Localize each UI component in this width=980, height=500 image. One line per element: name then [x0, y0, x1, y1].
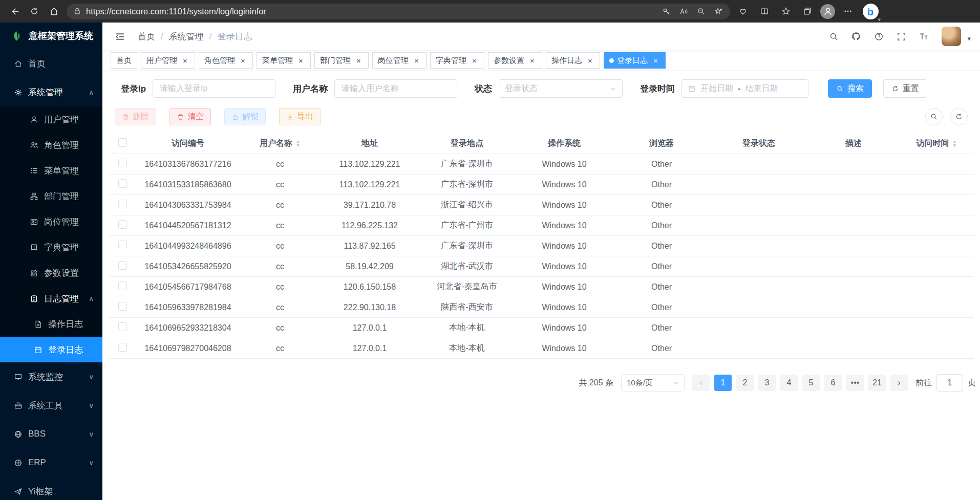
- next-page-button[interactable]: ›: [890, 375, 908, 391]
- collections-button[interactable]: [799, 3, 816, 20]
- col-access-time[interactable]: 访问时间 ▲▼: [900, 138, 974, 149]
- breadcrumb-system-management[interactable]: 系统管理: [169, 31, 204, 42]
- sidebar-item-operation-log[interactable]: 操作日志: [0, 311, 102, 337]
- close-icon[interactable]: ×: [470, 56, 479, 65]
- toggle-search-button[interactable]: [925, 108, 943, 125]
- browser-refresh-button[interactable]: [25, 2, 44, 20]
- close-icon[interactable]: ×: [354, 56, 363, 65]
- sort-carets[interactable]: ▲▼: [952, 140, 957, 146]
- sort-carets[interactable]: ▲▼: [295, 140, 301, 146]
- read-aloud-button[interactable]: [675, 5, 692, 18]
- page-button[interactable]: 2: [736, 375, 754, 391]
- close-icon[interactable]: ×: [181, 56, 189, 65]
- tab[interactable]: 部门管理 ×: [314, 52, 369, 69]
- close-icon[interactable]: ×: [528, 56, 537, 65]
- close-icon[interactable]: ×: [239, 56, 247, 65]
- sidebar-item-erp[interactable]: ERP ∨: [0, 448, 102, 477]
- header-search-button[interactable]: [825, 26, 842, 47]
- sidebar-item-log-management[interactable]: 日志管理 ∧: [0, 286, 102, 311]
- help-button[interactable]: [870, 26, 887, 47]
- select-all-checkbox[interactable]: [118, 138, 127, 147]
- row-checkbox[interactable]: [118, 322, 127, 331]
- browser-home-button[interactable]: [44, 2, 63, 20]
- bing-copilot-button[interactable]: b ▾: [861, 1, 880, 21]
- tab[interactable]: 角色管理 ×: [199, 52, 253, 69]
- sidebar-item-post-management[interactable]: 岗位管理: [0, 209, 102, 234]
- sidebar-toggle[interactable]: [110, 27, 131, 46]
- sidebar-item-menu-management[interactable]: 菜单管理: [0, 158, 102, 183]
- caret-down-icon[interactable]: ▾: [967, 35, 971, 42]
- page-size-select[interactable]: 10条/页: [621, 374, 685, 392]
- page-button[interactable]: 3: [758, 375, 776, 391]
- row-checkbox[interactable]: [118, 281, 127, 290]
- tab[interactable]: 首页 ×: [111, 52, 137, 69]
- browser-back-button[interactable]: [5, 2, 25, 20]
- tab[interactable]: 用户管理 ×: [141, 52, 195, 69]
- row-checkbox[interactable]: [118, 302, 127, 311]
- reset-button[interactable]: 重置: [883, 79, 927, 98]
- fullscreen-button[interactable]: [892, 26, 910, 47]
- browser-settings-button[interactable]: [839, 3, 857, 20]
- close-icon[interactable]: ×: [651, 56, 660, 65]
- breadcrumb-home[interactable]: 首页: [138, 31, 155, 42]
- close-icon[interactable]: ×: [412, 56, 421, 65]
- row-checkbox[interactable]: [118, 343, 127, 352]
- sidebar-item-yi-framework[interactable]: Yi框架: [0, 477, 102, 500]
- username-input[interactable]: [334, 79, 457, 98]
- col-username[interactable]: 用户名称 ▲▼: [239, 138, 321, 149]
- row-checkbox[interactable]: [118, 220, 127, 229]
- page-button[interactable]: 5: [802, 375, 820, 391]
- zoom-button[interactable]: [692, 5, 710, 18]
- sidebar-item-user-management[interactable]: 用户管理: [0, 106, 102, 132]
- user-avatar[interactable]: [942, 27, 961, 46]
- row-checkbox[interactable]: [118, 241, 127, 249]
- tab[interactable]: 操作日志 ×: [546, 52, 600, 69]
- status-select[interactable]: 登录状态: [499, 79, 623, 98]
- page-button[interactable]: 1: [714, 375, 732, 391]
- favorites-button[interactable]: [777, 3, 795, 20]
- clear-button[interactable]: 清空: [169, 108, 211, 125]
- row-checkbox[interactable]: [118, 261, 127, 270]
- close-icon[interactable]: ×: [296, 56, 305, 65]
- browser-essentials-button[interactable]: [734, 3, 752, 20]
- tab[interactable]: 菜单管理 ×: [257, 52, 311, 69]
- delete-button[interactable]: 删除: [115, 108, 156, 125]
- page-button[interactable]: 4: [780, 375, 798, 391]
- close-icon[interactable]: ×: [586, 56, 594, 65]
- row-checkbox[interactable]: [118, 159, 127, 167]
- tab[interactable]: 登录日志 ×: [604, 52, 666, 69]
- sidebar-item-bbs[interactable]: BBS ∨: [0, 420, 102, 448]
- sidebar-item-dept-management[interactable]: 部门管理: [0, 183, 102, 209]
- sidebar-item-home[interactable]: 首页: [0, 49, 102, 78]
- refresh-table-button[interactable]: [950, 108, 968, 125]
- page-button[interactable]: 21: [868, 375, 886, 391]
- sidebar-item-role-management[interactable]: 角色管理: [0, 132, 102, 158]
- sidebar-item-dict-management[interactable]: 字典管理: [0, 234, 102, 260]
- sidebar-item-system-tools[interactable]: 系统工具 ∨: [0, 391, 102, 420]
- add-favorite-button[interactable]: [710, 5, 727, 18]
- page-button[interactable]: •••: [846, 375, 864, 391]
- page-button[interactable]: 6: [824, 375, 842, 391]
- sidebar-item-system-monitor[interactable]: 系统监控 ∨: [0, 362, 102, 391]
- login-ip-input[interactable]: [153, 79, 275, 98]
- export-button[interactable]: 导出: [279, 108, 321, 125]
- unlock-button[interactable]: 解锁: [224, 108, 266, 125]
- search-button[interactable]: 搜索: [828, 79, 872, 98]
- prev-page-button[interactable]: ‹: [692, 375, 710, 391]
- sidebar-item-param-settings[interactable]: 参数设置: [0, 260, 102, 286]
- tab[interactable]: 字典管理 ×: [430, 52, 484, 69]
- address-bar[interactable]: https://ccnetcore.com:1101/system/log/lo…: [67, 4, 730, 19]
- tab[interactable]: 岗位管理 ×: [372, 52, 427, 69]
- browser-profile-avatar[interactable]: [820, 4, 835, 19]
- goto-page-input[interactable]: [936, 374, 963, 392]
- sidebar-item-system-management[interactable]: 系统管理 ∧: [0, 78, 102, 106]
- row-checkbox[interactable]: [118, 200, 127, 208]
- split-screen-button[interactable]: [756, 3, 773, 20]
- sidebar-item-login-log[interactable]: 登录日志: [0, 337, 102, 362]
- row-checkbox[interactable]: [118, 179, 127, 188]
- github-link-button[interactable]: [847, 26, 865, 47]
- login-time-range-picker[interactable]: 开始日期 - 结束日期: [681, 79, 808, 98]
- password-key-button[interactable]: [657, 5, 675, 18]
- font-size-button[interactable]: [915, 26, 932, 47]
- tab[interactable]: 参数设置 ×: [488, 52, 542, 69]
